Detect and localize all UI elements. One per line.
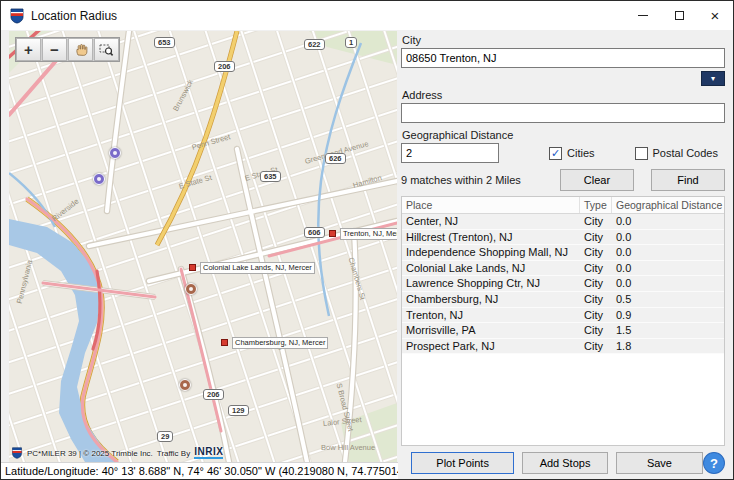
table-cell: City xyxy=(580,339,612,354)
table-cell: 0.0 xyxy=(612,276,724,291)
table-cell: Hillcrest (Trenton), NJ xyxy=(402,230,580,245)
table-cell: Chambersburg, NJ xyxy=(402,292,580,307)
address-input[interactable] xyxy=(401,103,725,123)
street-label: Riverside xyxy=(50,197,80,223)
marker-square-icon[interactable] xyxy=(189,264,196,271)
street-label: E State St xyxy=(178,173,213,191)
box-zoom-button[interactable] xyxy=(94,38,119,61)
landmark-poi-icon xyxy=(185,283,197,295)
table-cell: 0.0 xyxy=(612,214,724,229)
transit-poi-icon xyxy=(93,173,105,185)
location-radius-window: Location Radius × xyxy=(0,0,734,480)
map-overlays: 653622206162663560620612929BrunswickPenn… xyxy=(9,31,397,462)
table-cell: Morrisville, PA xyxy=(402,323,580,338)
close-button[interactable]: × xyxy=(697,1,733,30)
route-shield: 129 xyxy=(228,405,249,416)
table-cell: City xyxy=(580,245,612,260)
table-row[interactable]: Colonial Lake Lands, NJCity0.0 xyxy=(402,261,724,277)
pan-button[interactable] xyxy=(68,38,93,61)
map-canvas[interactable]: 653622206162663560620612929BrunswickPenn… xyxy=(9,31,397,462)
find-button[interactable]: Find xyxy=(651,169,725,191)
inrix-logo: INRIX xyxy=(194,447,223,459)
zoom-out-button[interactable]: − xyxy=(42,38,67,61)
check-icon: ✓ xyxy=(551,148,560,159)
results-body: Center, NJCity0.0Hillcrest (Trenton), NJ… xyxy=(402,214,724,445)
table-cell: 0.0 xyxy=(612,261,724,276)
minimize-button[interactable] xyxy=(625,1,661,30)
table-row[interactable]: Chambersburg, NJCity0.5 xyxy=(402,292,724,308)
postal-checkbox-box[interactable]: ✓ xyxy=(635,147,648,160)
route-shield: 1 xyxy=(345,37,357,48)
table-row[interactable]: Trenton, NJCity0.9 xyxy=(402,308,724,324)
table-row[interactable]: Independence Shopping Mall, NJCity0.0 xyxy=(402,245,724,261)
save-button[interactable]: Save xyxy=(616,452,703,474)
results-table: Place Type Geographical Distance Center,… xyxy=(401,196,725,446)
street-label: Pennsylvania xyxy=(15,259,35,304)
titlebar: Location Radius × xyxy=(1,1,733,30)
marker-square-icon[interactable] xyxy=(329,230,336,237)
postal-codes-checkbox[interactable]: ✓ Postal Codes xyxy=(635,147,718,160)
zoom-in-button[interactable]: + xyxy=(16,38,41,61)
city-label: City xyxy=(402,34,725,46)
matches-count-text: 9 matches within 2 Miles xyxy=(401,174,521,186)
table-cell: Prospect Park, NJ xyxy=(402,339,580,354)
city-input[interactable] xyxy=(401,48,725,68)
table-cell: City xyxy=(580,308,612,323)
street-label: Bow Hill Avenue xyxy=(321,443,375,452)
cities-checkbox-label: Cities xyxy=(567,147,595,159)
table-row[interactable]: Lawrence Shopping Ctr, NJCity0.0 xyxy=(402,276,724,292)
column-header-place[interactable]: Place xyxy=(402,197,580,213)
street-label: Brunswick xyxy=(171,78,195,112)
route-shield: 622 xyxy=(304,39,325,50)
maximize-icon xyxy=(675,11,684,20)
add-stops-button[interactable]: Add Stops xyxy=(522,452,607,474)
column-header-type[interactable]: Type xyxy=(580,197,612,213)
map-attribution: PC*MILER 39 | © 2025 Trimble Inc. Traffi… xyxy=(11,446,223,460)
table-cell: Independence Shopping Mall, NJ xyxy=(402,245,580,260)
traffic-by-text: Traffic By xyxy=(157,449,190,458)
cities-checkbox-box[interactable]: ✓ xyxy=(549,147,562,160)
table-cell: 0.0 xyxy=(612,245,724,260)
clear-button[interactable]: Clear xyxy=(560,169,634,191)
window-title: Location Radius xyxy=(31,9,625,23)
table-cell: City xyxy=(580,323,612,338)
table-row[interactable]: Prospect Park, NJCity1.8 xyxy=(402,339,724,355)
table-cell: 1.5 xyxy=(612,323,724,338)
chevron-down-icon: ▾ xyxy=(711,74,715,83)
cities-checkbox[interactable]: ✓ Cities xyxy=(549,147,595,160)
question-mark-icon: ? xyxy=(710,456,718,471)
results-header: Place Type Geographical Distance xyxy=(402,197,724,214)
help-button[interactable]: ? xyxy=(703,452,725,474)
app-logo-icon xyxy=(9,8,25,24)
table-row[interactable]: Hillcrest (Trenton), NJCity0.0 xyxy=(402,230,724,246)
route-shield: 635 xyxy=(260,171,281,182)
distance-input[interactable] xyxy=(401,143,499,163)
route-shield: 29 xyxy=(157,431,173,442)
marker-square-icon[interactable] xyxy=(221,339,228,346)
marker-label: Colonial Lake Lands, NJ, Mercer xyxy=(200,262,315,274)
landmark-poi-icon xyxy=(179,379,191,391)
pcmiler-shield-icon xyxy=(11,446,23,460)
city-dropdown-button[interactable]: ▾ xyxy=(701,71,725,86)
latlong-status-bar: Latitude/Longitude: 40° 13' 8.688" N, 74… xyxy=(1,462,398,480)
marker-label: Trenton, NJ, Mercer xyxy=(340,228,397,240)
street-label: Chambers St xyxy=(347,256,368,301)
table-cell: 0.5 xyxy=(612,292,724,307)
route-shield: 206 xyxy=(214,61,235,72)
street-label: Hamilton xyxy=(352,173,383,190)
table-row[interactable]: Morrisville, PACity1.5 xyxy=(402,323,724,339)
street-label: Penn Street xyxy=(191,132,232,152)
minimize-icon xyxy=(638,15,648,16)
street-label: Lalor Street xyxy=(323,415,363,428)
close-icon: × xyxy=(711,8,720,23)
table-cell: Colonial Lake Lands, NJ xyxy=(402,261,580,276)
map-column: 653622206162663560620612929BrunswickPenn… xyxy=(1,30,398,480)
maximize-button[interactable] xyxy=(661,1,697,30)
table-row[interactable]: Center, NJCity0.0 xyxy=(402,214,724,230)
table-cell: 0.9 xyxy=(612,308,724,323)
hand-icon xyxy=(74,43,88,57)
column-header-distance[interactable]: Geographical Distance xyxy=(612,197,724,213)
table-cell: City xyxy=(580,230,612,245)
plot-points-button[interactable]: Plot Points xyxy=(411,452,514,474)
marker-label: Chambersburg, NJ, Mercer xyxy=(232,337,328,349)
